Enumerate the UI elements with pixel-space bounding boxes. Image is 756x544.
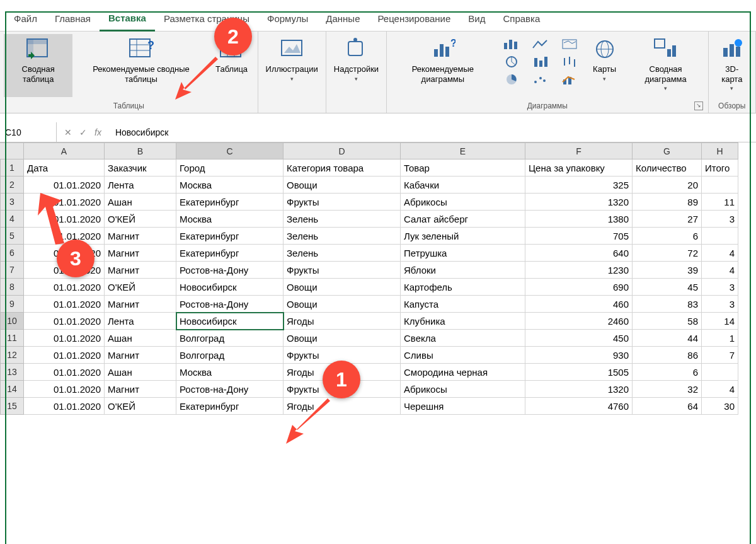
cell[interactable]: Москва: [176, 364, 284, 381]
cell[interactable]: Магнит: [105, 262, 176, 279]
cell[interactable]: Екатеринбург: [176, 245, 284, 262]
cell[interactable]: 01.01.2020: [24, 330, 105, 347]
cell[interactable]: Итого: [702, 159, 738, 177]
row-header[interactable]: 1: [0, 159, 24, 177]
cell[interactable]: 7: [702, 347, 738, 364]
cell[interactable]: 4760: [525, 398, 633, 415]
col-header[interactable]: G: [633, 142, 702, 159]
cell[interactable]: Ростов-на-Дону: [176, 381, 284, 398]
cell[interactable]: 64: [633, 398, 702, 415]
illustrations-button[interactable]: Иллюстрации ▾: [262, 34, 322, 97]
accept-icon[interactable]: ✓: [79, 127, 87, 137]
row-header[interactable]: 6: [0, 245, 24, 262]
cell[interactable]: Салат айсберг: [401, 211, 525, 228]
cell[interactable]: 01.01.2020: [24, 347, 105, 364]
cell[interactable]: Ашан: [105, 194, 176, 211]
cell[interactable]: Овощи: [284, 177, 401, 194]
cell[interactable]: 325: [525, 177, 633, 194]
cell[interactable]: 58: [633, 313, 702, 330]
tab-вставка[interactable]: Вставка: [100, 6, 155, 32]
cell[interactable]: 705: [525, 228, 633, 245]
cell[interactable]: Смородина черная: [401, 364, 525, 381]
col-header[interactable]: F: [525, 142, 633, 159]
tab-главная[interactable]: Главная: [46, 6, 100, 32]
cell[interactable]: Лента: [105, 177, 176, 194]
cell[interactable]: Свекла: [401, 330, 525, 347]
cancel-icon[interactable]: ✕: [64, 127, 72, 137]
chart-stock-button[interactable]: [558, 54, 581, 69]
cell[interactable]: Петрушка: [401, 245, 525, 262]
cell[interactable]: Магнит: [105, 228, 176, 245]
chart-combo-button[interactable]: [558, 72, 581, 87]
cell[interactable]: Волгоград: [176, 347, 284, 364]
cell[interactable]: Новосибирск: [176, 279, 284, 296]
cell[interactable]: 45: [633, 279, 702, 296]
cell[interactable]: 4: [702, 245, 738, 262]
row-header[interactable]: 14: [0, 381, 24, 398]
cell[interactable]: Москва: [176, 177, 284, 194]
row-header[interactable]: 10: [0, 313, 24, 330]
cell[interactable]: 1380: [525, 211, 633, 228]
cell[interactable]: 20: [633, 177, 702, 194]
cell[interactable]: Количество: [633, 159, 702, 177]
cell[interactable]: [702, 364, 738, 381]
row-header[interactable]: 2: [0, 177, 24, 194]
tab-формулы[interactable]: Формулы: [258, 6, 317, 32]
cell[interactable]: Цена за упаковку: [525, 159, 633, 177]
cell[interactable]: 14: [702, 313, 738, 330]
cell[interactable]: 30: [702, 398, 738, 415]
cell[interactable]: Овощи: [284, 330, 401, 347]
cell[interactable]: 1320: [525, 194, 633, 211]
cell[interactable]: 01.01.2020: [24, 296, 105, 313]
col-header[interactable]: A: [24, 142, 105, 159]
row-header[interactable]: 12: [0, 347, 24, 364]
cell[interactable]: 1505: [525, 364, 633, 381]
addins-button[interactable]: Надстройки ▾: [330, 34, 382, 97]
cell[interactable]: Фрукты: [284, 262, 401, 279]
col-header[interactable]: H: [702, 142, 738, 159]
chart-stats-button[interactable]: [529, 54, 552, 69]
cell[interactable]: 1: [702, 330, 738, 347]
cell[interactable]: Капуста: [401, 296, 525, 313]
pivot-chart-button[interactable]: Сводная диаграмма ▾: [627, 34, 704, 97]
cell[interactable]: Кабачки: [401, 177, 525, 194]
cell[interactable]: 640: [525, 245, 633, 262]
cell[interactable]: 11: [702, 194, 738, 211]
cell[interactable]: Абрикосы: [401, 381, 525, 398]
cell[interactable]: [702, 228, 738, 245]
cell[interactable]: 3: [702, 296, 738, 313]
row-header[interactable]: 4: [0, 211, 24, 228]
row-header[interactable]: 7: [0, 262, 24, 279]
cell[interactable]: Город: [176, 159, 284, 177]
tab-вид[interactable]: Вид: [459, 6, 494, 32]
col-header[interactable]: E: [401, 142, 525, 159]
col-header[interactable]: C: [176, 142, 284, 159]
cell[interactable]: [702, 177, 738, 194]
chart-line-button[interactable]: [529, 37, 552, 52]
cell[interactable]: Сливы: [401, 347, 525, 364]
cell[interactable]: 01.01.2020: [24, 364, 105, 381]
name-box[interactable]: C10: [0, 122, 57, 142]
cell[interactable]: Категория товара: [284, 159, 401, 177]
cell[interactable]: 460: [525, 296, 633, 313]
cell[interactable]: Товар: [401, 159, 525, 177]
cell[interactable]: Зелень: [284, 228, 401, 245]
cell[interactable]: Зелень: [284, 245, 401, 262]
cell[interactable]: Овощи: [284, 296, 401, 313]
tab-рецензирование[interactable]: Рецензирование: [369, 6, 459, 32]
cell[interactable]: О'КЕЙ: [105, 211, 176, 228]
row-header[interactable]: 9: [0, 296, 24, 313]
row-header[interactable]: 13: [0, 364, 24, 381]
cell[interactable]: 1230: [525, 262, 633, 279]
tab-справка[interactable]: Справка: [494, 6, 549, 32]
cell[interactable]: Магнит: [105, 296, 176, 313]
chart-map-button[interactable]: [558, 37, 581, 52]
cell[interactable]: Екатеринбург: [176, 194, 284, 211]
cell[interactable]: Яблоки: [401, 262, 525, 279]
dialog-launcher-icon[interactable]: ↘: [694, 101, 703, 110]
cell[interactable]: Магнит: [105, 381, 176, 398]
pivot-table-button[interactable]: Сводная таблица: [4, 34, 72, 97]
cell[interactable]: Лук зеленый: [401, 228, 525, 245]
cell[interactable]: 4: [702, 381, 738, 398]
cell[interactable]: 01.01.2020: [24, 279, 105, 296]
